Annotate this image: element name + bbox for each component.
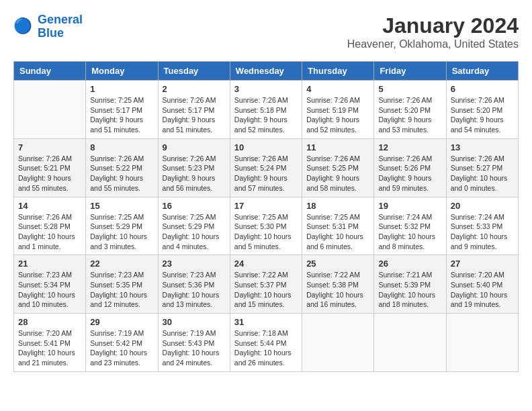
day-cell xyxy=(14,81,86,139)
day-cell: 29Sunrise: 7:19 AMSunset: 5:42 PMDayligh… xyxy=(86,314,158,372)
day-info: Sunrise: 7:23 AMSunset: 5:35 PMDaylight:… xyxy=(90,270,153,310)
day-cell: 18Sunrise: 7:25 AMSunset: 5:31 PMDayligh… xyxy=(302,197,374,255)
day-cell: 31Sunrise: 7:18 AMSunset: 5:44 PMDayligh… xyxy=(230,314,302,372)
day-cell: 20Sunrise: 7:24 AMSunset: 5:33 PMDayligh… xyxy=(446,197,518,255)
day-cell: 25Sunrise: 7:22 AMSunset: 5:38 PMDayligh… xyxy=(302,255,374,314)
day-number: 26 xyxy=(378,259,441,269)
day-number: 13 xyxy=(451,142,514,152)
day-number: 25 xyxy=(306,259,369,269)
day-info: Sunrise: 7:25 AMSunset: 5:31 PMDaylight:… xyxy=(306,212,369,252)
day-info: Sunrise: 7:20 AMSunset: 5:40 PMDaylight:… xyxy=(451,270,514,310)
col-header-thursday: Thursday xyxy=(302,62,374,81)
day-number: 10 xyxy=(234,142,298,152)
day-cell: 3Sunrise: 7:26 AMSunset: 5:18 PMDaylight… xyxy=(230,81,302,139)
day-cell: 15Sunrise: 7:25 AMSunset: 5:29 PMDayligh… xyxy=(86,197,158,255)
day-number: 28 xyxy=(18,317,81,327)
day-info: Sunrise: 7:22 AMSunset: 5:38 PMDaylight:… xyxy=(306,270,369,310)
day-info: Sunrise: 7:21 AMSunset: 5:39 PMDaylight:… xyxy=(378,270,441,310)
calendar-table: SundayMondayTuesdayWednesdayThursdayFrid… xyxy=(13,61,519,372)
day-number: 7 xyxy=(18,142,81,152)
day-info: Sunrise: 7:26 AMSunset: 5:22 PMDaylight:… xyxy=(90,154,153,193)
day-info: Sunrise: 7:26 AMSunset: 5:19 PMDaylight:… xyxy=(306,95,369,135)
col-header-tuesday: Tuesday xyxy=(158,62,230,81)
day-info: Sunrise: 7:26 AMSunset: 5:24 PMDaylight:… xyxy=(234,154,298,193)
day-number: 19 xyxy=(378,201,441,211)
day-number: 2 xyxy=(163,84,226,94)
day-info: Sunrise: 7:26 AMSunset: 5:18 PMDaylight:… xyxy=(234,95,298,135)
day-info: Sunrise: 7:26 AMSunset: 5:25 PMDaylight:… xyxy=(306,154,369,193)
day-info: Sunrise: 7:25 AMSunset: 5:29 PMDaylight:… xyxy=(163,212,226,252)
week-row-5: 28Sunrise: 7:20 AMSunset: 5:41 PMDayligh… xyxy=(14,314,519,372)
day-cell xyxy=(374,314,446,372)
day-number: 22 xyxy=(90,259,153,269)
day-cell: 2Sunrise: 7:26 AMSunset: 5:17 PMDaylight… xyxy=(158,81,230,139)
day-cell: 11Sunrise: 7:26 AMSunset: 5:25 PMDayligh… xyxy=(302,138,374,197)
svg-text:🔵: 🔵 xyxy=(13,17,32,35)
day-number: 12 xyxy=(378,142,441,152)
day-number: 11 xyxy=(306,142,369,152)
day-number: 23 xyxy=(163,259,226,269)
day-info: Sunrise: 7:26 AMSunset: 5:20 PMDaylight:… xyxy=(378,95,441,135)
day-cell: 10Sunrise: 7:26 AMSunset: 5:24 PMDayligh… xyxy=(230,138,302,197)
day-info: Sunrise: 7:23 AMSunset: 5:34 PMDaylight:… xyxy=(18,270,81,310)
page-header: 🔵 General Blue January 2024 Heavener, Ok… xyxy=(13,13,519,50)
day-cell: 6Sunrise: 7:26 AMSunset: 5:20 PMDaylight… xyxy=(446,81,518,139)
day-info: Sunrise: 7:19 AMSunset: 5:42 PMDaylight:… xyxy=(90,328,153,368)
day-number: 3 xyxy=(234,84,298,94)
day-info: Sunrise: 7:22 AMSunset: 5:37 PMDaylight:… xyxy=(234,270,298,310)
day-cell xyxy=(446,314,518,372)
day-info: Sunrise: 7:26 AMSunset: 5:23 PMDaylight:… xyxy=(163,154,226,193)
day-info: Sunrise: 7:26 AMSunset: 5:27 PMDaylight:… xyxy=(451,154,514,193)
logo-bird-icon: 🔵 xyxy=(13,16,35,38)
day-number: 20 xyxy=(451,201,514,211)
day-cell: 30Sunrise: 7:19 AMSunset: 5:43 PMDayligh… xyxy=(158,314,230,372)
day-cell: 26Sunrise: 7:21 AMSunset: 5:39 PMDayligh… xyxy=(374,255,446,314)
col-header-friday: Friday xyxy=(374,62,446,81)
day-info: Sunrise: 7:25 AMSunset: 5:17 PMDaylight:… xyxy=(90,95,153,135)
day-cell: 14Sunrise: 7:26 AMSunset: 5:28 PMDayligh… xyxy=(14,197,86,255)
week-row-4: 21Sunrise: 7:23 AMSunset: 5:34 PMDayligh… xyxy=(14,255,519,314)
day-info: Sunrise: 7:26 AMSunset: 5:28 PMDaylight:… xyxy=(18,212,81,252)
day-cell: 19Sunrise: 7:24 AMSunset: 5:32 PMDayligh… xyxy=(374,197,446,255)
day-number: 29 xyxy=(90,317,153,327)
day-number: 15 xyxy=(90,201,153,211)
day-cell: 12Sunrise: 7:26 AMSunset: 5:26 PMDayligh… xyxy=(374,138,446,197)
day-info: Sunrise: 7:26 AMSunset: 5:17 PMDaylight:… xyxy=(163,95,226,135)
col-header-wednesday: Wednesday xyxy=(230,62,302,81)
logo: 🔵 General Blue xyxy=(13,13,83,40)
day-info: Sunrise: 7:20 AMSunset: 5:41 PMDaylight:… xyxy=(18,328,81,368)
title-block: January 2024 Heavener, Oklahoma, United … xyxy=(347,13,519,50)
col-header-saturday: Saturday xyxy=(446,62,518,81)
day-info: Sunrise: 7:18 AMSunset: 5:44 PMDaylight:… xyxy=(234,328,298,368)
day-number: 9 xyxy=(163,142,226,152)
day-info: Sunrise: 7:24 AMSunset: 5:32 PMDaylight:… xyxy=(378,212,441,252)
day-cell: 22Sunrise: 7:23 AMSunset: 5:35 PMDayligh… xyxy=(86,255,158,314)
day-info: Sunrise: 7:26 AMSunset: 5:21 PMDaylight:… xyxy=(18,154,81,193)
day-number: 5 xyxy=(378,84,441,94)
day-cell: 23Sunrise: 7:23 AMSunset: 5:36 PMDayligh… xyxy=(158,255,230,314)
calendar-title: January 2024 xyxy=(347,13,519,38)
day-cell: 13Sunrise: 7:26 AMSunset: 5:27 PMDayligh… xyxy=(446,138,518,197)
day-info: Sunrise: 7:19 AMSunset: 5:43 PMDaylight:… xyxy=(163,328,226,368)
week-row-3: 14Sunrise: 7:26 AMSunset: 5:28 PMDayligh… xyxy=(14,197,519,255)
day-info: Sunrise: 7:23 AMSunset: 5:36 PMDaylight:… xyxy=(163,270,226,310)
day-cell: 8Sunrise: 7:26 AMSunset: 5:22 PMDaylight… xyxy=(86,138,158,197)
day-cell: 21Sunrise: 7:23 AMSunset: 5:34 PMDayligh… xyxy=(14,255,86,314)
calendar-subtitle: Heavener, Oklahoma, United States xyxy=(347,38,519,50)
day-number: 16 xyxy=(163,201,226,211)
day-number: 21 xyxy=(18,259,81,269)
day-number: 6 xyxy=(451,84,514,94)
logo-text: General Blue xyxy=(38,13,83,40)
day-cell: 24Sunrise: 7:22 AMSunset: 5:37 PMDayligh… xyxy=(230,255,302,314)
col-header-monday: Monday xyxy=(86,62,158,81)
day-number: 4 xyxy=(306,84,369,94)
logo-blue: Blue xyxy=(38,26,64,40)
logo-general: General xyxy=(38,13,83,26)
week-row-1: 1Sunrise: 7:25 AMSunset: 5:17 PMDaylight… xyxy=(14,81,519,139)
day-cell: 28Sunrise: 7:20 AMSunset: 5:41 PMDayligh… xyxy=(14,314,86,372)
day-number: 1 xyxy=(90,84,153,94)
week-row-2: 7Sunrise: 7:26 AMSunset: 5:21 PMDaylight… xyxy=(14,138,519,197)
day-number: 8 xyxy=(90,142,153,152)
day-cell: 4Sunrise: 7:26 AMSunset: 5:19 PMDaylight… xyxy=(302,81,374,139)
day-number: 24 xyxy=(234,259,298,269)
